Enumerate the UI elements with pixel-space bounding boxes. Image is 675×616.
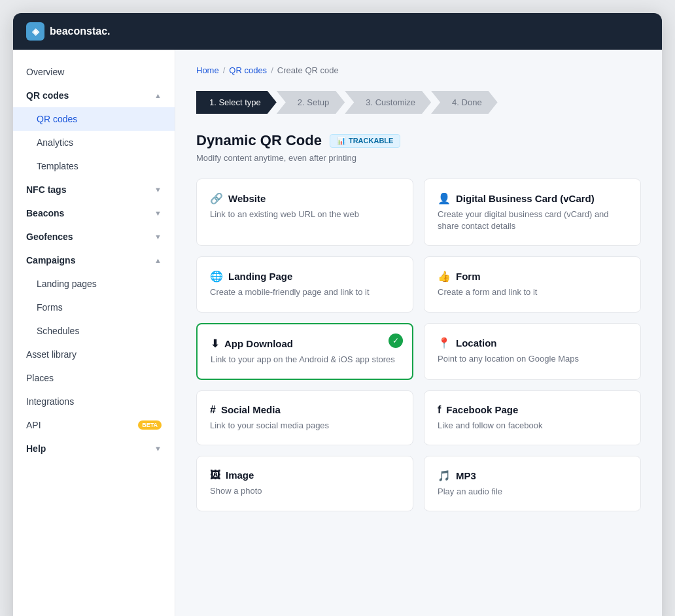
card-desc: Link to your social media pages [210, 420, 400, 432]
sidebar-item-places[interactable]: Places [13, 366, 175, 390]
card-digital-business-card[interactable]: 👤 Digital Business Card (vCard) Create y… [424, 179, 641, 246]
sidebar-item-nfc-tags[interactable]: NFC tags ▼ [13, 178, 175, 201]
sidebar-item-label: Forms [37, 302, 63, 313]
top-bar: ◈ beaconstac. [13, 13, 662, 50]
sidebar-item-label: Integrations [26, 396, 74, 407]
card-title-text: MP3 [456, 470, 476, 481]
card-icon: 🖼 [210, 470, 220, 481]
card-icon: 👍 [438, 270, 451, 282]
sidebar-item-help[interactable]: Help ▼ [13, 437, 175, 460]
card-mp3[interactable]: 🎵 MP3 Play an audio file [424, 456, 641, 511]
card-icon: ⬇ [211, 337, 219, 350]
page-subtitle: Modify content anytime, even after print… [196, 153, 641, 163]
breadcrumb-qr-codes[interactable]: QR codes [229, 65, 267, 75]
card-desc: Play an audio file [438, 486, 627, 498]
chevron-up-icon: ▲ [154, 256, 162, 264]
card-desc: Point to any location on Google Maps [438, 353, 627, 365]
chevron-down-icon: ▼ [154, 186, 162, 194]
step-setup[interactable]: 2. Setup [277, 91, 345, 114]
card-icon: 🎵 [438, 470, 451, 482]
sidebar-item-qr-codes-sub[interactable]: QR codes [13, 107, 175, 131]
sidebar-item-label: Landing pages [37, 279, 97, 289]
card-desc: Create a mobile-friendly page and link t… [210, 286, 400, 298]
card-landing-page[interactable]: 🌐 Landing Page Create a mobile-friendly … [196, 256, 413, 312]
chevron-down-icon: ▼ [154, 233, 162, 241]
sidebar-item-landing-pages[interactable]: Landing pages [13, 272, 175, 296]
breadcrumb-sep1: / [223, 65, 226, 75]
sidebar-item-beacons[interactable]: Beacons ▼ [13, 201, 175, 225]
breadcrumb-home[interactable]: Home [196, 65, 219, 75]
sidebar-item-campaigns[interactable]: Campaigns ▲ [13, 248, 175, 272]
card-icon: 📍 [438, 337, 451, 349]
sidebar-item-integrations[interactable]: Integrations [13, 390, 175, 413]
sidebar: Overview QR codes ▲ QR codes Analytics T… [13, 50, 175, 616]
sidebar-item-geofences[interactable]: Geofences ▼ [13, 225, 175, 248]
card-title: 📍 Location [438, 337, 627, 349]
card-form[interactable]: 👍 Form Create a form and link to it [424, 256, 641, 312]
sidebar-item-label: Overview [26, 67, 64, 77]
card-title-text: Form [456, 271, 481, 282]
sidebar-item-forms[interactable]: Forms [13, 296, 175, 319]
selected-check-icon: ✓ [389, 334, 403, 348]
chevron-up-icon: ▲ [154, 92, 162, 99]
sidebar-item-qr-codes[interactable]: QR codes ▲ [13, 84, 175, 107]
chevron-down-icon: ▼ [154, 209, 162, 217]
sidebar-item-label: QR codes [37, 114, 77, 124]
sidebar-item-label: QR codes [26, 90, 69, 101]
card-title-text: Location [456, 337, 497, 349]
card-location[interactable]: 📍 Location Point to any location on Goog… [424, 323, 641, 380]
card-title: f Facebook Page [438, 404, 627, 416]
card-title: 👤 Digital Business Card (vCard) [438, 192, 627, 205]
sidebar-item-schedules[interactable]: Schedules [13, 319, 175, 343]
sidebar-item-asset-library[interactable]: Asset library [13, 343, 175, 366]
sidebar-item-templates[interactable]: Templates [13, 154, 175, 178]
trackable-icon: 📊 [337, 137, 346, 145]
card-icon: 👤 [438, 192, 451, 205]
card-desc: Link to an existing web URL on the web [210, 209, 400, 220]
sidebar-item-label: Templates [37, 161, 78, 171]
page-title-row: Dynamic QR Code 📊 TRACKABLE [196, 132, 641, 149]
card-desc: Like and follow on facebook [438, 420, 627, 432]
breadcrumb: Home / QR codes / Create QR code [196, 65, 641, 75]
card-title-text: Facebook Page [446, 404, 518, 415]
card-title-text: Landing Page [228, 271, 292, 282]
card-title-text: Digital Business Card (vCard) [456, 193, 595, 204]
step-2[interactable]: 2. Setup [277, 91, 345, 114]
sidebar-item-label: API [26, 420, 41, 430]
card-image[interactable]: 🖼 Image Show a photo [196, 456, 413, 511]
sidebar-item-api[interactable]: API BETA [13, 413, 175, 437]
card-title: 🖼 Image [210, 470, 400, 481]
card-website[interactable]: 🔗 Website Link to an existing web URL on… [196, 179, 413, 246]
card-icon: f [438, 404, 441, 416]
step-select-type[interactable]: 1. Select type [196, 91, 277, 114]
step-1[interactable]: 1. Select type [196, 91, 277, 114]
trackable-label: TRACKABLE [349, 137, 393, 145]
step-done[interactable]: 4. Done [431, 91, 498, 114]
step-3[interactable]: 3. Customize [345, 91, 431, 114]
breadcrumb-current: Create QR code [277, 65, 339, 75]
card-facebook-page[interactable]: f Facebook Page Like and follow on faceb… [424, 390, 641, 445]
card-desc: Create your digital business card (vCard… [438, 209, 627, 232]
step-label: 3. Customize [366, 97, 415, 107]
trackable-badge: 📊 TRACKABLE [330, 134, 400, 148]
card-title-text: Social Media [221, 404, 281, 415]
card-title: 🌐 Landing Page [210, 270, 400, 282]
sidebar-item-label: Schedules [37, 326, 79, 336]
card-title: 👍 Form [438, 270, 627, 282]
sidebar-item-overview[interactable]: Overview [13, 60, 175, 84]
chevron-down-icon: ▼ [154, 445, 162, 453]
card-desc: Show a photo [210, 485, 400, 497]
card-icon: 🔗 [210, 192, 223, 205]
card-social-media[interactable]: # Social Media Link to your social media… [196, 390, 413, 445]
card-app-download[interactable]: ⬇ App Download Link to your app on the A… [196, 323, 413, 380]
step-customize[interactable]: 3. Customize [345, 91, 431, 114]
card-title: ⬇ App Download [211, 337, 399, 350]
step-label: 2. Setup [298, 97, 329, 107]
step-4[interactable]: 4. Done [431, 91, 498, 114]
card-title: # Social Media [210, 404, 400, 416]
card-title-text: App Download [224, 338, 293, 349]
card-desc: Create a form and link to it [438, 286, 627, 298]
sidebar-item-analytics[interactable]: Analytics [13, 131, 175, 154]
card-icon: 🌐 [210, 270, 223, 282]
main-content: Home / QR codes / Create QR code 1. Sele… [175, 50, 662, 616]
